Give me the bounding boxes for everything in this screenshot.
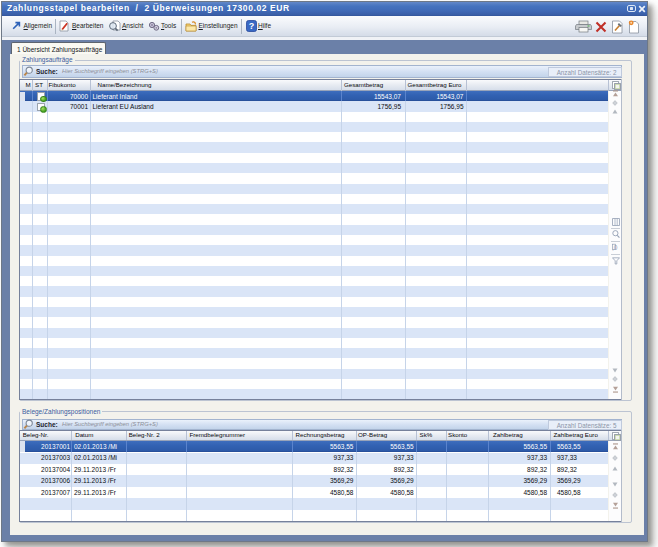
svg-text:?: ? xyxy=(248,21,254,31)
